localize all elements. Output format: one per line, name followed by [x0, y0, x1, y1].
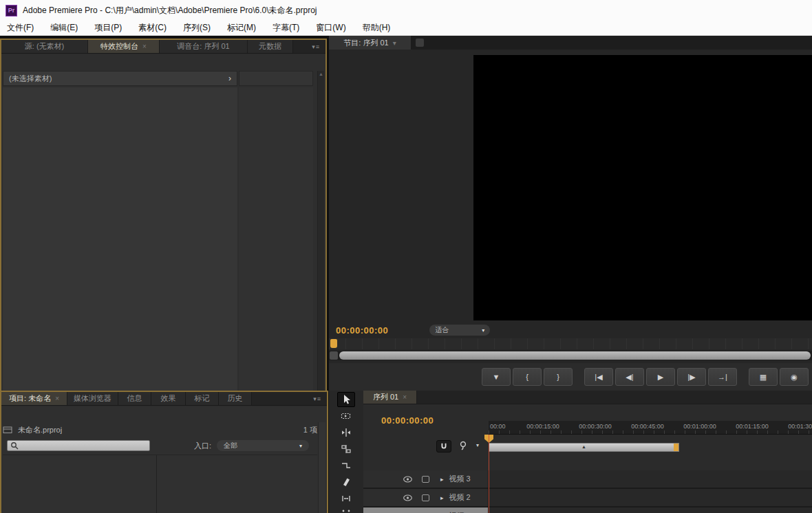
tab-project[interactable]: 项目: 未命名 × — [1, 392, 67, 405]
close-icon[interactable]: × — [403, 393, 407, 401]
chevron-down-icon: ▾ — [299, 443, 302, 449]
project-tabstrip: 项目: 未命名 × 媒体浏览器 信息 效果 标记 历史 ▾≡ — [1, 392, 327, 406]
menu-title[interactable]: 字幕(T) — [273, 22, 299, 34]
expand-track-icon[interactable]: ▸ — [440, 476, 444, 483]
timeline-timecode[interactable]: 00:00:00:00 — [381, 415, 434, 426]
ruler-tick: 00:01:30:00 — [788, 423, 812, 430]
menu-edit[interactable]: 编辑(E) — [50, 22, 78, 34]
track-select-tool[interactable] — [337, 408, 355, 424]
ruler-tick: 00:00:30:00 — [579, 423, 612, 430]
scrollbar-end-handle[interactable] — [330, 351, 338, 360]
mark-in-button[interactable]: { — [513, 368, 542, 386]
search-icon — [10, 441, 19, 450]
vertical-scrollbar[interactable]: ▲ — [317, 71, 324, 411]
project-file-icon — [3, 426, 12, 434]
trim-monitor-button[interactable]: ◉ — [780, 368, 809, 386]
menu-file[interactable]: 文件(F) — [7, 22, 34, 34]
track-lane[interactable] — [489, 470, 812, 488]
track-lane[interactable] — [489, 489, 812, 506]
rolling-edit-tool[interactable] — [337, 441, 355, 457]
search-box[interactable] — [7, 440, 150, 451]
track-row-video1: ▸ 视频 1 — [363, 507, 812, 513]
tab-info[interactable]: 信息 — [118, 392, 151, 405]
tab-effect-controls[interactable]: 特效控制台 × — [88, 40, 160, 53]
zoom-level-select[interactable]: 适合 ▾ — [429, 325, 490, 336]
scroll-up-icon[interactable]: ▲ — [318, 71, 324, 78]
slide-icon — [341, 507, 352, 513]
tab-history[interactable]: 历史 — [219, 392, 252, 405]
slip-tool[interactable] — [337, 491, 355, 506]
premiere-pro-icon: Pr — [6, 5, 17, 17]
timeline-ruler[interactable]: 00:00 00:00:15:00 00:00:30:00 00:00:45:0… — [489, 421, 812, 435]
menu-help[interactable]: 帮助(H) — [363, 22, 391, 34]
close-icon[interactable]: × — [55, 395, 59, 402]
menu-clip[interactable]: 素材(C) — [138, 22, 167, 34]
selection-arrow-icon — [341, 394, 352, 405]
chevron-down-icon[interactable]: ▾ — [476, 442, 479, 448]
program-scrollbar[interactable] — [329, 351, 812, 360]
go-to-in-button[interactable]: |◀ — [584, 368, 613, 386]
set-marker-button[interactable] — [458, 441, 468, 455]
work-area-bar[interactable]: ▲ — [489, 443, 679, 452]
item-count: 1 项 — [303, 425, 317, 435]
menu-marker[interactable]: 标记(M) — [227, 22, 256, 34]
track-name[interactable]: 视频 2 — [449, 492, 471, 503]
vertical-scrollbar[interactable] — [318, 422, 325, 513]
project-info-row: 未命名.prproj 1 项 — [3, 422, 317, 437]
track-lane[interactable] — [489, 507, 812, 513]
export-frame-button[interactable]: ▦ — [749, 368, 778, 386]
program-timecode[interactable]: 00:00:00:00 — [336, 325, 388, 336]
chevron-right-icon[interactable]: › — [228, 74, 231, 83]
toggle-track-output-icon[interactable] — [403, 476, 412, 483]
add-marker-button[interactable]: ▼ — [482, 368, 511, 386]
marker-icon — [458, 441, 468, 452]
chevron-down-icon[interactable]: ▾ — [393, 39, 396, 47]
expand-track-icon[interactable]: ▸ — [440, 494, 444, 501]
filter-dropdown[interactable]: 全部 ▾ — [217, 440, 309, 451]
work-area-center-handle[interactable]: ▲ — [581, 444, 586, 449]
track-select-icon — [341, 411, 352, 422]
scrollbar-thumb[interactable] — [339, 351, 811, 360]
program-mini-ruler[interactable] — [329, 338, 812, 349]
menu-project[interactable]: 项目(P) — [94, 22, 122, 34]
tab-metadata[interactable]: 元数据 — [248, 40, 293, 53]
panel-menu-icon[interactable]: ▾≡ — [308, 392, 327, 405]
razor-tool[interactable] — [337, 474, 355, 490]
go-to-out-button[interactable]: →| — [708, 368, 737, 386]
tab-markers[interactable]: 标记 — [186, 392, 219, 405]
tab-sequence-01[interactable]: 序列 01 × — [363, 391, 417, 404]
panel-menu-icon[interactable] — [416, 39, 424, 47]
program-monitor-panel: 节目: 序列 01 ▾ 00:00:00:00 适合 ▾ ▼ { } |◀ ◀ — [329, 36, 812, 391]
ruler-tick: 00:00:45:00 — [631, 423, 664, 430]
tab-effects[interactable]: 效果 — [151, 392, 186, 405]
menu-window[interactable]: 窗口(W) — [316, 22, 345, 34]
search-input[interactable] — [19, 442, 136, 450]
project-file-name[interactable]: 未命名.prproj — [18, 425, 62, 435]
magnet-icon — [440, 442, 448, 450]
track-lock-icon[interactable] — [422, 476, 429, 483]
work-area-end-handle[interactable] — [674, 444, 679, 451]
menu-sequence[interactable]: 序列(S) — [183, 22, 211, 34]
track-lock-icon[interactable] — [422, 494, 429, 501]
tab-source-monitor[interactable]: 源: (无素材) — [1, 40, 88, 53]
program-playhead[interactable] — [330, 339, 337, 348]
slide-tool[interactable] — [337, 507, 355, 513]
close-icon[interactable]: × — [142, 43, 147, 50]
transport-controls: ▼ { } |◀ ◀| ▶ |▶ →| ▦ ◉ — [329, 363, 812, 391]
step-back-button[interactable]: ◀| — [615, 368, 644, 386]
panel-menu-icon[interactable]: ▾≡ — [306, 40, 325, 53]
step-forward-button[interactable]: |▶ — [677, 368, 706, 386]
track-name[interactable]: 视频 3 — [449, 474, 471, 484]
effect-controls-body: (未选择素材) › ▲ ● 00:00:00:00 ▢ ▢ — [1, 54, 325, 424]
rate-stretch-tool[interactable] — [337, 458, 355, 473]
selection-tool[interactable] — [337, 392, 355, 407]
snap-toggle-button[interactable] — [436, 440, 451, 452]
tab-media-browser[interactable]: 媒体浏览器 — [67, 392, 118, 405]
toggle-track-output-icon[interactable] — [403, 494, 412, 501]
ripple-edit-tool[interactable] — [337, 425, 355, 440]
rate-stretch-icon — [341, 460, 352, 471]
mark-out-button[interactable]: } — [544, 368, 573, 386]
tab-audio-mixer[interactable]: 调音台: 序列 01 — [160, 40, 248, 53]
tab-program-monitor[interactable]: 节目: 序列 01 ▾ — [329, 36, 412, 50]
play-button[interactable]: ▶ — [646, 368, 675, 386]
